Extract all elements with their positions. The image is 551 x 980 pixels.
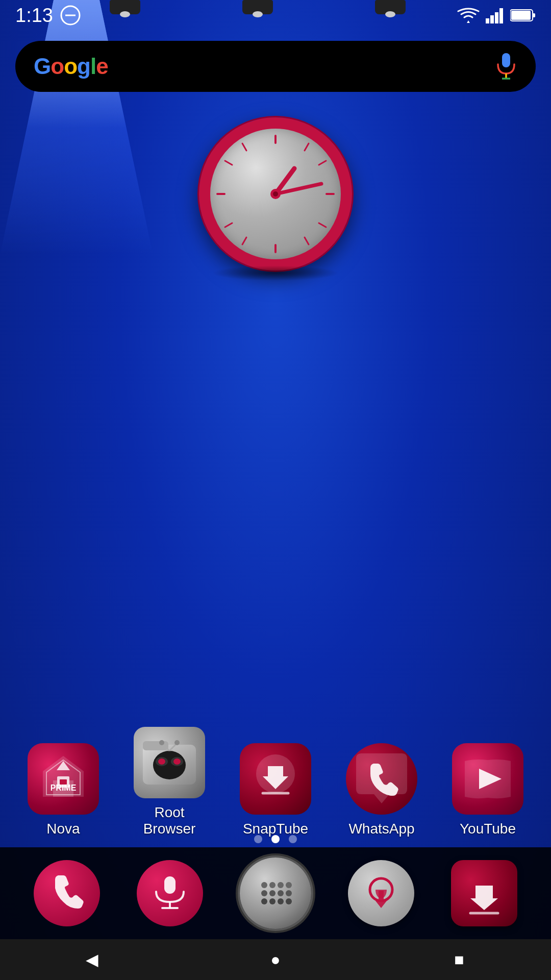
svg-point-57 bbox=[278, 882, 284, 888]
search-bar[interactable]: Google bbox=[15, 41, 536, 92]
svg-line-22 bbox=[305, 237, 309, 244]
svg-rect-3 bbox=[490, 15, 494, 23]
status-left: 1:13 bbox=[15, 5, 81, 27]
nav-bar: ◀ ● ■ bbox=[0, 939, 551, 980]
dock-mic-icon[interactable] bbox=[137, 860, 203, 926]
svg-point-49 bbox=[278, 890, 284, 896]
svg-point-55 bbox=[261, 882, 267, 888]
svg-point-53 bbox=[278, 898, 284, 904]
whatsapp-app-label: WhatsApp bbox=[348, 821, 414, 837]
app-item-snaptube[interactable]: SnapTube bbox=[235, 743, 316, 837]
clock-face bbox=[199, 117, 352, 271]
svg-point-54 bbox=[286, 898, 292, 904]
svg-line-18 bbox=[319, 161, 326, 165]
apps-row: PRIME Nova bbox=[0, 727, 551, 837]
battery-icon bbox=[510, 9, 536, 22]
svg-rect-30 bbox=[60, 779, 67, 785]
nova-app-icon[interactable]: PRIME bbox=[28, 743, 99, 815]
svg-rect-5 bbox=[499, 8, 503, 23]
svg-rect-8 bbox=[511, 11, 531, 20]
nav-home-icon: ● bbox=[270, 950, 280, 969]
svg-rect-2 bbox=[486, 18, 489, 23]
clock-shadow bbox=[212, 265, 339, 281]
dnd-icon bbox=[60, 5, 81, 26]
dock-store-icon[interactable] bbox=[348, 860, 414, 926]
svg-point-50 bbox=[286, 890, 292, 896]
svg-line-23 bbox=[242, 237, 246, 244]
youtube-app-icon[interactable] bbox=[452, 743, 523, 815]
svg-point-47 bbox=[261, 890, 267, 896]
youtube-app-label: YouTube bbox=[460, 821, 516, 837]
svg-point-27 bbox=[273, 191, 278, 197]
svg-rect-9 bbox=[502, 53, 510, 67]
mic-search-icon[interactable] bbox=[495, 51, 517, 82]
svg-point-41 bbox=[174, 740, 180, 745]
app-item-youtube[interactable]: YouTube bbox=[447, 743, 529, 837]
app-item-nova[interactable]: PRIME Nova bbox=[22, 743, 104, 837]
svg-point-37 bbox=[173, 758, 181, 765]
svg-line-19 bbox=[225, 161, 232, 165]
nav-back-icon: ◀ bbox=[86, 950, 98, 969]
snaptube-app-icon[interactable] bbox=[240, 743, 311, 815]
wifi-icon bbox=[457, 7, 480, 23]
clock-widget[interactable] bbox=[199, 117, 352, 271]
svg-point-36 bbox=[158, 758, 165, 765]
dock-facetime-icon[interactable] bbox=[240, 857, 311, 929]
svg-line-21 bbox=[225, 223, 232, 227]
nav-recents-icon: ■ bbox=[454, 950, 464, 969]
nova-app-label: Nova bbox=[46, 821, 80, 837]
svg-rect-44 bbox=[164, 876, 176, 894]
svg-rect-7 bbox=[533, 13, 535, 17]
app-item-whatsapp[interactable]: WhatsApp bbox=[341, 743, 422, 837]
svg-line-20 bbox=[319, 223, 326, 227]
status-bar: 1:13 bbox=[0, 0, 551, 31]
svg-line-17 bbox=[242, 143, 246, 151]
root-browser-app-label: Root Browser bbox=[129, 804, 210, 837]
svg-rect-4 bbox=[495, 12, 498, 23]
svg-point-58 bbox=[286, 882, 292, 888]
dock-phone-icon[interactable] bbox=[34, 860, 100, 926]
svg-point-56 bbox=[269, 882, 276, 888]
google-logo: Google bbox=[34, 54, 108, 79]
status-time: 1:13 bbox=[15, 5, 53, 27]
nav-recents-button[interactable]: ■ bbox=[439, 939, 480, 980]
dock bbox=[0, 847, 551, 939]
root-browser-app-icon[interactable] bbox=[134, 727, 205, 798]
dock-dl-icon[interactable] bbox=[451, 860, 517, 926]
svg-line-16 bbox=[305, 143, 309, 151]
nav-back-button[interactable]: ◀ bbox=[71, 939, 112, 980]
signal-icon bbox=[486, 7, 504, 23]
svg-point-40 bbox=[159, 740, 164, 745]
app-item-root-browser[interactable]: Root Browser bbox=[129, 727, 210, 837]
svg-point-51 bbox=[261, 898, 267, 904]
nav-home-button[interactable]: ● bbox=[255, 939, 296, 980]
whatsapp-app-icon[interactable] bbox=[346, 743, 417, 815]
svg-point-48 bbox=[269, 890, 276, 896]
snaptube-app-label: SnapTube bbox=[243, 821, 308, 837]
status-right bbox=[457, 7, 536, 23]
svg-point-52 bbox=[269, 898, 276, 904]
